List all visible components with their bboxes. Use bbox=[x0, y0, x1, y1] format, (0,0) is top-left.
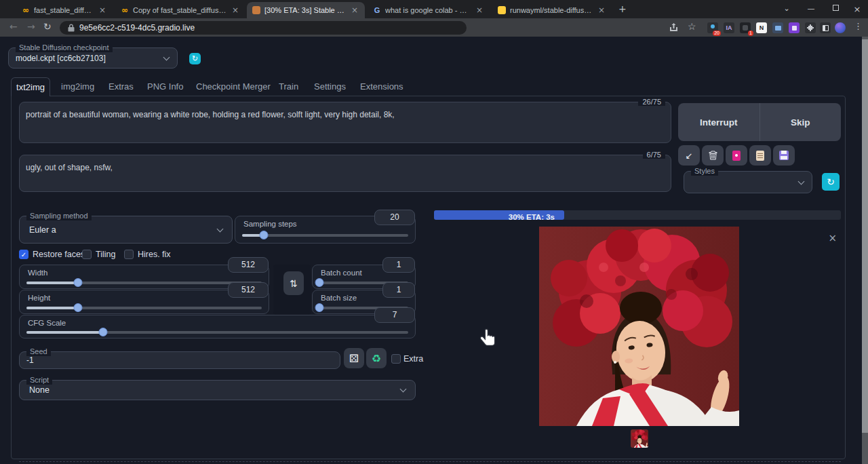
browser-tab-huggingface[interactable]: runwayml/stable-diffusion-v1 × bbox=[492, 2, 612, 18]
styles-label: Styles bbox=[691, 166, 718, 176]
window-minimize-button[interactable]: — bbox=[804, 4, 818, 13]
slider-thumb[interactable] bbox=[98, 328, 107, 336]
sampling-method-label: Sampling method bbox=[26, 211, 92, 220]
tab-settings[interactable]: Settings bbox=[314, 81, 346, 92]
sampling-steps-slider-block: Sampling steps 20 bbox=[235, 216, 416, 244]
random-seed-dice-button[interactable]: ⚄ bbox=[344, 348, 364, 368]
sampling-steps-slider[interactable] bbox=[242, 234, 408, 237]
reload-icon[interactable]: ↻ bbox=[43, 21, 52, 32]
tab-img2img[interactable]: img2img bbox=[61, 81, 94, 92]
skip-button[interactable]: Skip bbox=[760, 103, 842, 141]
seed-label: Seed bbox=[26, 347, 51, 356]
height-slider[interactable] bbox=[26, 307, 262, 309]
tab-close-icon[interactable]: × bbox=[98, 5, 107, 15]
seed-input[interactable]: Seed -1 bbox=[19, 351, 340, 369]
tab-close-icon[interactable]: × bbox=[597, 5, 606, 15]
page-scrollbar[interactable] bbox=[862, 37, 868, 464]
progress-bar-fill: 30% ETA: 3s bbox=[434, 210, 564, 220]
google-icon: G bbox=[373, 6, 381, 14]
window-close-button[interactable]: × bbox=[850, 4, 864, 14]
browser-tab-google[interactable]: G what is google colab - Googl × bbox=[368, 2, 490, 18]
browser-tab-colab-2[interactable]: ∞ Copy of fast_stable_diffusion_ × bbox=[115, 2, 245, 18]
browser-tab-colab-1[interactable]: ∞ fast_stable_diffusion_AUTOMA × bbox=[16, 2, 113, 18]
extensions-puzzle-icon[interactable] bbox=[805, 22, 816, 33]
extension-notion-icon[interactable]: N bbox=[756, 22, 767, 33]
slider-thumb[interactable] bbox=[315, 278, 324, 287]
tab-close-icon[interactable]: × bbox=[231, 5, 240, 15]
extension-chat-icon[interactable]: 1 bbox=[740, 22, 751, 33]
sampling-steps-label: Sampling steps bbox=[243, 220, 297, 228]
batch-count-label: Batch count bbox=[321, 269, 362, 277]
swap-dimensions-button[interactable]: ⇅ bbox=[283, 271, 304, 295]
chevron-down-icon bbox=[400, 386, 407, 393]
slider-thumb[interactable] bbox=[259, 231, 268, 239]
negative-prompt-textarea[interactable]: ugly, out of shape, nsfw, 6/75 bbox=[19, 155, 671, 192]
extension-ia-icon[interactable]: IA bbox=[724, 22, 734, 33]
page-content: Stable Diffusion checkpoint model.ckpt [… bbox=[0, 37, 868, 464]
styles-dropdown[interactable]: Styles bbox=[684, 171, 812, 193]
url-text: 9e5e6cc2-c519-4dc5.gradio.live bbox=[79, 23, 195, 33]
slider-thumb[interactable] bbox=[74, 303, 83, 312]
batch-size-value[interactable]: 1 bbox=[382, 282, 415, 298]
chevron-down-icon bbox=[798, 178, 805, 185]
script-dropdown[interactable]: Script None bbox=[19, 380, 416, 400]
window-maximize-button[interactable] bbox=[829, 4, 842, 12]
sidebar-panel-icon[interactable] bbox=[820, 22, 831, 33]
tab-close-icon[interactable]: × bbox=[475, 5, 484, 15]
browser-tab-stable-diffusion[interactable]: [30% ETA: 3s] Stable Diffusion × bbox=[247, 2, 365, 18]
cfg-scale-slider-block: CFG Scale 7 bbox=[19, 315, 416, 339]
tab-close-icon[interactable]: × bbox=[350, 5, 359, 15]
back-icon[interactable]: ← bbox=[9, 21, 18, 32]
tab-extras[interactable]: Extras bbox=[108, 81, 134, 92]
extension-image-icon[interactable] bbox=[772, 22, 783, 33]
prompt-textarea[interactable]: portrait of a beautiful woman, wearing a… bbox=[19, 102, 671, 143]
browser-toolbar: ← → ↻ 9e5e6cc2-c519-4dc5.gradio.live ☆ 2… bbox=[0, 18, 868, 37]
cfg-scale-slider[interactable] bbox=[26, 331, 408, 334]
negative-prompt-text: ugly, out of shape, nsfw, bbox=[26, 163, 113, 172]
width-slider[interactable] bbox=[26, 282, 262, 284]
sampling-method-dropdown[interactable]: Sampling method Euler a bbox=[19, 216, 233, 244]
slider-thumb[interactable] bbox=[315, 303, 324, 312]
checkpoint-label: Stable Diffusion checkpoint bbox=[16, 43, 113, 52]
extension-pin-icon[interactable]: 20 bbox=[707, 22, 718, 33]
extension-badge: 20 bbox=[713, 31, 721, 36]
tab-extensions[interactable]: Extensions bbox=[360, 81, 403, 92]
batch-count-value[interactable]: 1 bbox=[382, 257, 415, 273]
reuse-seed-recycle-button[interactable]: ♻ bbox=[366, 348, 387, 368]
tab-title: what is google colab - Googl bbox=[385, 6, 471, 14]
window-menu-icon[interactable]: ⌄ bbox=[780, 4, 793, 13]
section-divider bbox=[19, 461, 841, 462]
styles-refresh-button[interactable]: ↻ bbox=[822, 173, 840, 191]
tab-train[interactable]: Train bbox=[279, 81, 298, 92]
sampling-method-value: Euler a bbox=[29, 225, 56, 235]
bookmark-star-icon[interactable]: ☆ bbox=[688, 21, 696, 32]
prompt-text: portrait of a beautiful woman, wearing a… bbox=[26, 110, 395, 119]
profile-avatar[interactable] bbox=[835, 22, 846, 33]
scrollbar-thumb[interactable] bbox=[862, 39, 868, 433]
checkpoint-refresh-button[interactable]: ↻ bbox=[189, 53, 201, 64]
script-value: None bbox=[29, 385, 50, 395]
new-tab-button[interactable]: + bbox=[618, 3, 627, 14]
checkpoint-value: model.ckpt [cc6cb27103] bbox=[16, 54, 106, 63]
share-icon[interactable] bbox=[669, 22, 679, 33]
forward-icon[interactable]: → bbox=[27, 21, 35, 32]
sampling-steps-value[interactable]: 20 bbox=[374, 210, 415, 225]
tab-txt2img[interactable]: txt2img bbox=[11, 77, 50, 96]
interrupt-button[interactable]: Interrupt bbox=[678, 103, 760, 141]
height-value[interactable]: 512 bbox=[228, 282, 269, 298]
slider-thumb[interactable] bbox=[74, 278, 83, 287]
batch-size-label: Batch size bbox=[321, 294, 357, 302]
tab-title: [30% ETA: 3s] Stable Diffusion bbox=[264, 6, 346, 14]
colab-icon: ∞ bbox=[22, 6, 30, 14]
width-value[interactable]: 512 bbox=[228, 257, 269, 273]
huggingface-icon bbox=[498, 6, 506, 14]
cfg-scale-value[interactable]: 7 bbox=[374, 307, 415, 323]
tab-checkpoint-merger[interactable]: Checkpoint Merger bbox=[196, 81, 271, 92]
checkpoint-dropdown[interactable]: Stable Diffusion checkpoint model.ckpt [… bbox=[8, 47, 178, 69]
extension-purple-icon[interactable] bbox=[789, 22, 800, 33]
address-bar[interactable]: 9e5e6cc2-c519-4dc5.gradio.live bbox=[60, 21, 467, 35]
browser-menu-icon[interactable]: ⋮ bbox=[854, 21, 863, 31]
tab-png-info[interactable]: PNG Info bbox=[147, 81, 183, 92]
colab-icon: ∞ bbox=[121, 6, 129, 14]
cfg-scale-label: CFG Scale bbox=[28, 319, 66, 327]
